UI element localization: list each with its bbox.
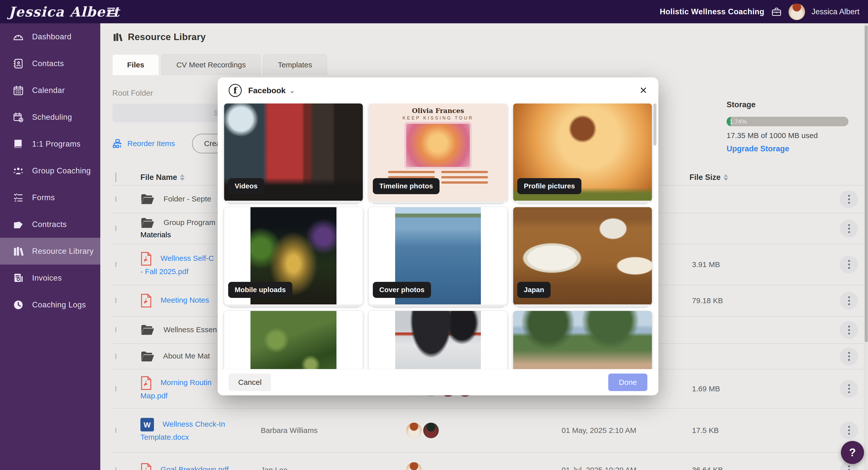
user-avatar[interactable] bbox=[788, 3, 805, 20]
page-scrollbar-thumb[interactable] bbox=[865, 25, 868, 342]
tab-cv-meet-recordings[interactable]: CV Meet Recordings bbox=[161, 54, 260, 75]
reorder-items-label: Reorder Items bbox=[127, 139, 175, 148]
row-checkbox[interactable] bbox=[115, 428, 116, 433]
file-name[interactable]: Group Program bbox=[163, 218, 215, 227]
modal-scrollbar-thumb[interactable] bbox=[653, 103, 656, 145]
checklist-icon bbox=[12, 192, 24, 203]
sidebar-item-calendar[interactable]: Calendar bbox=[0, 77, 100, 104]
cancel-button[interactable]: Cancel bbox=[229, 374, 271, 391]
file-size-header[interactable]: File Size bbox=[689, 173, 840, 182]
album-card-japan[interactable]: Japan bbox=[513, 207, 652, 305]
source-dropdown[interactable]: Facebook bbox=[248, 86, 286, 95]
row-menu-button[interactable] bbox=[840, 190, 858, 208]
uploader-name: Barbara Williams bbox=[261, 426, 406, 435]
facebook-album-picker-modal: f Facebook ⌄ ✕ Videos Olivia Frances KEE… bbox=[218, 77, 658, 395]
row-checkbox[interactable] bbox=[115, 262, 116, 267]
sidebar-item-group-coaching[interactable]: Group Coaching bbox=[0, 157, 100, 184]
sidebar-item-label: Coaching Logs bbox=[32, 300, 86, 309]
sidebar-item-resource-library[interactable]: Resource Library bbox=[0, 238, 100, 265]
pdf-file-icon bbox=[141, 252, 152, 266]
file-name[interactable]: Wellness Self-C bbox=[160, 254, 214, 262]
reorder-items-button[interactable]: Reorder Items bbox=[112, 138, 175, 149]
row-checkbox[interactable] bbox=[115, 386, 116, 391]
user-name[interactable]: Jessica Albert bbox=[812, 7, 860, 16]
sort-icon[interactable] bbox=[180, 174, 185, 181]
album-label: Japan bbox=[517, 282, 551, 298]
table-row: W Wellness Check-In Template.docx Barbar… bbox=[112, 408, 865, 452]
address-book-icon bbox=[12, 58, 24, 69]
page-scrollbar[interactable] bbox=[864, 23, 868, 470]
sidebar-item-dashboard[interactable]: Dashboard bbox=[0, 23, 100, 50]
tab-files[interactable]: Files bbox=[112, 54, 159, 75]
row-menu-button[interactable] bbox=[840, 256, 858, 274]
select-all-checkbox[interactable] bbox=[115, 172, 116, 182]
sidebar-item-coaching-logs[interactable]: Coaching Logs bbox=[0, 291, 100, 318]
close-icon[interactable]: ✕ bbox=[639, 86, 647, 95]
poster-photo bbox=[406, 124, 470, 167]
album-card-videos[interactable]: Videos bbox=[224, 103, 363, 201]
calendar-clock-icon bbox=[12, 111, 24, 123]
file-name[interactable]: Wellness Essen bbox=[163, 326, 217, 334]
album-card[interactable] bbox=[224, 311, 363, 369]
row-menu-button[interactable] bbox=[840, 321, 858, 339]
row-checkbox[interactable] bbox=[115, 226, 116, 231]
folder-icon bbox=[141, 194, 155, 205]
row-menu-button[interactable] bbox=[840, 220, 858, 237]
sidebar-item-forms[interactable]: Forms bbox=[0, 184, 100, 211]
book-icon bbox=[12, 138, 24, 150]
album-card[interactable] bbox=[369, 311, 507, 369]
users-icon bbox=[12, 165, 24, 177]
sidebar-item-contracts[interactable]: Contracts bbox=[0, 211, 100, 238]
row-checkbox[interactable] bbox=[115, 354, 116, 359]
sidebar-item-label: Scheduling bbox=[32, 113, 72, 122]
file-name[interactable]: Goal Breakdown.pdf bbox=[160, 465, 229, 470]
sort-icon[interactable] bbox=[723, 174, 728, 181]
clock-icon bbox=[12, 299, 24, 311]
sidebar-item-label: Forms bbox=[32, 193, 55, 202]
upgrade-storage-link[interactable]: Upgrade Storage bbox=[726, 144, 852, 153]
modal-footer: Cancel Done bbox=[218, 369, 658, 395]
sidebar-item-scheduling[interactable]: Scheduling bbox=[0, 104, 100, 131]
word-file-icon: W bbox=[141, 418, 154, 431]
invoice-icon bbox=[12, 272, 24, 284]
upload-date: 01 Jul, 2025 10:29 AM bbox=[562, 466, 689, 470]
row-checkbox[interactable] bbox=[115, 467, 116, 470]
storage-usage-text: 17.35 MB of 1000 MB used bbox=[726, 131, 852, 140]
briefcase-icon[interactable] bbox=[771, 6, 782, 17]
avatar bbox=[423, 423, 439, 438]
file-name[interactable]: Meeting Notes bbox=[160, 296, 209, 304]
file-name-line2[interactable]: Template.docx bbox=[141, 431, 261, 443]
chevron-down-icon[interactable]: ⌄ bbox=[289, 87, 295, 95]
folder-icon bbox=[141, 325, 155, 336]
menu-collapse-icon[interactable] bbox=[107, 7, 118, 17]
sidebar-item-programs[interactable]: 1:1 Programs bbox=[0, 131, 100, 157]
help-button[interactable]: ? bbox=[841, 441, 864, 464]
row-menu-button[interactable] bbox=[840, 380, 858, 398]
file-name[interactable]: Wellness Check-In bbox=[162, 420, 225, 428]
file-name[interactable]: About Me Mat bbox=[163, 352, 210, 360]
album-card[interactable] bbox=[513, 311, 652, 369]
album-card-mobile-uploads[interactable]: Mobile uploads bbox=[224, 207, 363, 305]
sidebar-item-contacts[interactable]: Contacts bbox=[0, 50, 100, 77]
album-card-profile-pictures[interactable]: Profile pictures bbox=[513, 103, 652, 201]
row-checkbox[interactable] bbox=[115, 196, 116, 202]
storage-title: Storage bbox=[726, 100, 852, 109]
row-menu-button[interactable] bbox=[840, 347, 858, 366]
album-card-timeline-photos[interactable]: Olivia Frances KEEP KISSING TOUR Timelin… bbox=[369, 103, 507, 201]
table-row: Goal Breakdown.pdf Jan Lee 01 Jul, 2025 … bbox=[112, 452, 865, 470]
album-card-cover-photos[interactable]: Cover photos bbox=[369, 207, 507, 305]
file-name[interactable]: Folder - Septe bbox=[163, 195, 211, 203]
sidebar-item-label: Contracts bbox=[32, 220, 67, 229]
sidebar-item-invoices[interactable]: Invoices bbox=[0, 265, 100, 291]
row-checkbox[interactable] bbox=[115, 327, 116, 332]
business-name: Holistic Wellness Coaching bbox=[660, 7, 764, 16]
page-title: Resource Library bbox=[128, 32, 206, 42]
row-checkbox[interactable] bbox=[115, 298, 116, 303]
file-name[interactable]: Morning Routin bbox=[160, 378, 211, 387]
done-button[interactable]: Done bbox=[608, 374, 647, 391]
album-label: Profile pictures bbox=[517, 178, 582, 194]
row-menu-button[interactable] bbox=[840, 292, 858, 310]
row-menu-button[interactable] bbox=[840, 422, 858, 439]
sidebar-item-label: Invoices bbox=[32, 274, 62, 282]
tab-templates[interactable]: Templates bbox=[263, 54, 327, 75]
